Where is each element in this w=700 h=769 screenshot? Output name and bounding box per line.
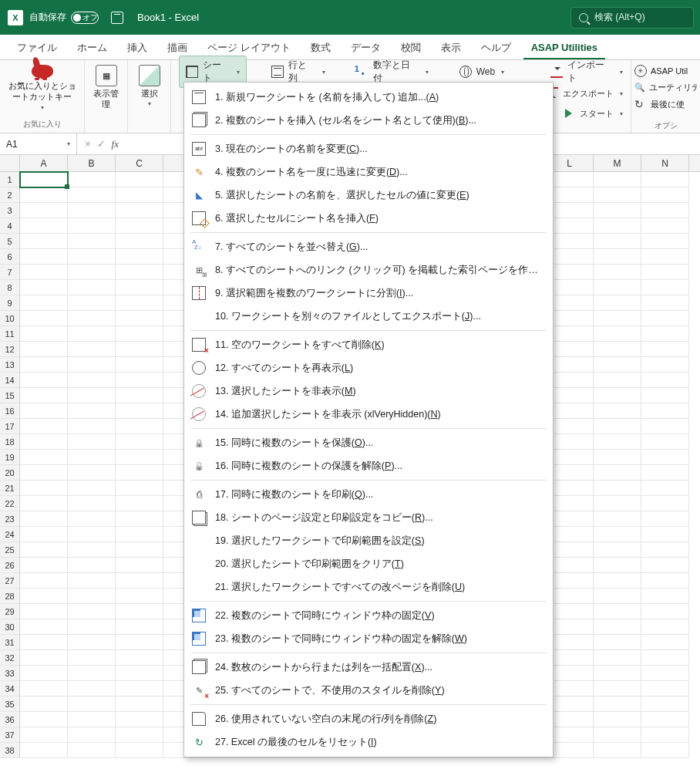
cell[interactable] — [594, 465, 641, 481]
cell[interactable] — [20, 650, 68, 666]
cell[interactable] — [68, 388, 116, 403]
cell[interactable] — [116, 203, 163, 218]
row-head[interactable]: 24 — [0, 527, 20, 542]
menu-item-19[interactable]: 19. 選択したワークシートで印刷範囲を設定(S) — [184, 529, 553, 552]
cell[interactable] — [68, 743, 116, 758]
cell[interactable] — [116, 465, 163, 481]
cell[interactable] — [20, 496, 68, 511]
row-head[interactable]: 35 — [0, 696, 20, 712]
cell[interactable] — [641, 373, 689, 388]
cell[interactable] — [594, 650, 641, 666]
cell[interactable] — [594, 511, 641, 527]
cell[interactable] — [116, 743, 163, 758]
menu-item-11[interactable]: 11. 空のワークシートをすべて削除(K) — [184, 333, 553, 356]
cell[interactable] — [116, 419, 163, 434]
cell[interactable] — [594, 727, 641, 743]
cell[interactable] — [116, 666, 163, 681]
cell[interactable] — [68, 727, 116, 743]
row-head[interactable]: 2 — [0, 187, 20, 203]
cell[interactable] — [641, 558, 689, 573]
cell[interactable] — [641, 573, 689, 589]
cell[interactable] — [594, 172, 641, 187]
cell[interactable] — [68, 511, 116, 527]
cell[interactable] — [68, 234, 116, 249]
cell[interactable] — [641, 712, 689, 727]
cell[interactable] — [116, 280, 163, 295]
menu-item-14[interactable]: 14. 追加選択したシートを非表示 (xlVeryHidden)(N) — [184, 403, 553, 426]
cell[interactable] — [594, 419, 641, 434]
menu-item-24[interactable]: 24. 数枚のシートから行または列を一括配置(X)... — [184, 656, 553, 679]
cell[interactable] — [594, 373, 641, 388]
cell[interactable] — [116, 727, 163, 743]
menu-item-15[interactable]: 15. 同時に複数のシートを保護(O)... — [184, 431, 553, 454]
menu-item-10[interactable]: 10. ワークシートを別々のファイルとしてエクスポート(J)... — [184, 305, 553, 328]
cell[interactable] — [641, 187, 689, 203]
row-head[interactable]: 31 — [0, 635, 20, 650]
cell[interactable] — [116, 712, 163, 727]
menu-item-16[interactable]: 16. 同時に複数のシートの保護を解除(P)... — [184, 454, 553, 477]
cell[interactable] — [641, 434, 689, 450]
row-head[interactable]: 34 — [0, 681, 20, 696]
cell[interactable] — [594, 712, 641, 727]
cell[interactable] — [68, 542, 116, 558]
cell[interactable] — [20, 187, 68, 203]
cell[interactable] — [116, 357, 163, 373]
export-dropdown[interactable]: エクスポート▾ — [543, 86, 626, 100]
asap-util-button[interactable]: ASAP Util — [634, 65, 697, 77]
cell[interactable] — [594, 589, 641, 604]
row-head[interactable]: 36 — [0, 712, 20, 727]
cell[interactable] — [68, 573, 116, 589]
cell[interactable] — [641, 450, 689, 465]
cell[interactable] — [68, 434, 116, 450]
cell[interactable] — [594, 542, 641, 558]
cell[interactable] — [68, 527, 116, 542]
cell[interactable] — [641, 218, 689, 234]
row-head[interactable]: 33 — [0, 666, 20, 681]
col-head[interactable]: C — [116, 155, 163, 171]
cell[interactable] — [641, 527, 689, 542]
menu-item-22[interactable]: 22. 複数のシートで同時にウィンドウ枠の固定(V) — [184, 604, 553, 627]
row-head[interactable]: 29 — [0, 604, 20, 619]
cell[interactable] — [20, 419, 68, 434]
cell[interactable] — [68, 203, 116, 218]
cell[interactable] — [116, 619, 163, 635]
utility-button[interactable]: 🔍ユーティリテ — [634, 82, 697, 93]
row-head[interactable]: 15 — [0, 388, 20, 403]
cell[interactable] — [68, 589, 116, 604]
import-dropdown[interactable]: インポート▾ — [547, 58, 626, 86]
cell[interactable] — [68, 696, 116, 712]
cell[interactable] — [68, 450, 116, 465]
cell[interactable] — [20, 666, 68, 681]
cell[interactable] — [68, 280, 116, 295]
cell[interactable] — [641, 172, 689, 187]
row-head[interactable]: 5 — [0, 234, 20, 249]
cell[interactable] — [641, 650, 689, 666]
cell[interactable] — [116, 187, 163, 203]
cell[interactable] — [20, 295, 68, 311]
cell[interactable] — [20, 434, 68, 450]
cell[interactable] — [116, 511, 163, 527]
cell[interactable] — [20, 265, 68, 280]
cell[interactable] — [641, 357, 689, 373]
last-used-button[interactable]: 最後に使 — [634, 98, 697, 110]
cell[interactable] — [594, 218, 641, 234]
cell[interactable] — [68, 357, 116, 373]
select-button[interactable]: 選択 ▾ — [139, 65, 160, 109]
cell[interactable] — [20, 403, 68, 419]
menu-item-25[interactable]: 25. すべてのシートで、不使用のスタイルを削除(Y) — [184, 679, 553, 702]
menu-item-3[interactable]: 3. 現在のシートの名前を変更(C)... — [184, 137, 553, 160]
save-icon[interactable] — [111, 12, 123, 24]
cell[interactable] — [116, 373, 163, 388]
cell[interactable] — [116, 589, 163, 604]
tab-1[interactable]: ホーム — [69, 35, 115, 59]
cell[interactable] — [594, 249, 641, 265]
cell[interactable] — [641, 696, 689, 712]
cell[interactable] — [20, 542, 68, 558]
cell[interactable] — [20, 635, 68, 650]
cell[interactable] — [20, 218, 68, 234]
cell[interactable] — [20, 743, 68, 758]
cell[interactable] — [641, 635, 689, 650]
cell[interactable] — [116, 311, 163, 326]
menu-item-8[interactable]: 8. すべてのシートへのリンク (クリック可) を掲載した索引ページを作成(H)… — [184, 258, 553, 282]
cell[interactable] — [20, 696, 68, 712]
